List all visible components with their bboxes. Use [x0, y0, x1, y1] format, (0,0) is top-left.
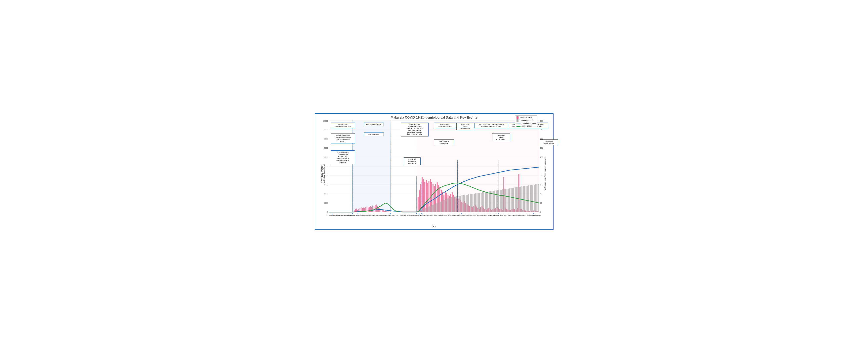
- svg-rect-196: [474, 194, 475, 212]
- svg-rect-186: [460, 195, 461, 212]
- svg-text:3 Mar: 3 Mar: [401, 214, 405, 216]
- svg-rect-59: [381, 210, 382, 212]
- svg-rect-47: [368, 208, 368, 212]
- svg-text:23 Apr: 23 Apr: [467, 214, 471, 216]
- svg-rect-162: [427, 207, 428, 212]
- ann-cmco: NationwideCMCOimplemented.: [492, 133, 510, 141]
- svg-text:14 Apr: 14 Apr: [455, 214, 460, 216]
- svg-text:6000: 6000: [324, 156, 328, 158]
- svg-rect-204: [485, 192, 486, 212]
- svg-text:4000: 4000: [324, 175, 328, 177]
- svg-text:10000: 10000: [323, 120, 328, 122]
- svg-rect-203: [483, 192, 484, 212]
- svg-rect-207: [489, 191, 490, 212]
- ann-mco: NationwideMCOimplemented.: [456, 123, 474, 130]
- chart-main: First wave Second wave Point of entrysur…: [329, 121, 539, 227]
- svg-text:2 Apr: 2 Apr: [440, 214, 444, 216]
- ann-pandemic: COVID-19declared asa pandemic: [404, 157, 421, 165]
- svg-text:3000: 3000: [324, 184, 328, 186]
- svg-rect-179: [451, 197, 452, 212]
- svg-text:5000: 5000: [324, 165, 328, 167]
- svg-rect-232: [523, 186, 524, 212]
- legend-label-blue: Cumulative cases: [522, 122, 536, 124]
- svg-rect-180: [452, 197, 453, 212]
- svg-rect-190: [466, 195, 467, 212]
- svg-text:5 Feb: 5 Feb: [366, 214, 370, 216]
- ann-deaths: First 2 deathsin Malaysia.: [434, 139, 454, 145]
- svg-rect-174: [444, 200, 445, 212]
- svg-rect-178: [449, 198, 450, 212]
- svg-rect-177: [448, 198, 449, 212]
- legend-item-pink: Daily new cases: [517, 116, 536, 119]
- svg-text:5 Apr: 5 Apr: [444, 214, 447, 216]
- legend-label-gray: Cumulative death: [520, 120, 533, 122]
- svg-rect-60: [383, 210, 383, 212]
- svg-text:16 Jun: 16 Jun: [537, 214, 541, 216]
- svg-rect-221: [508, 189, 509, 212]
- svg-text:5 May: 5 May: [483, 214, 487, 216]
- svg-text:26 Apr: 26 Apr: [471, 214, 475, 216]
- legend-item-gray: Cumulative death: [517, 119, 536, 122]
- svg-rect-216: [501, 190, 502, 212]
- svg-text:2 May: 2 May: [479, 214, 483, 216]
- svg-text:29 Feb: 29 Feb: [397, 214, 401, 216]
- svg-rect-65: [417, 197, 418, 212]
- ann-rmco: NationwideRMCO started.: [540, 139, 558, 145]
- key-events-label: Key events: [321, 166, 323, 177]
- svg-rect-217: [502, 189, 503, 212]
- svg-rect-241: [535, 184, 536, 212]
- svg-rect-48: [369, 207, 370, 212]
- svg-rect-176: [446, 198, 447, 212]
- svg-rect-222: [509, 188, 510, 212]
- svg-rect-160: [425, 208, 426, 212]
- svg-text:0: 0: [327, 211, 328, 213]
- svg-rect-198: [476, 193, 477, 212]
- svg-text:1000: 1000: [324, 202, 328, 204]
- svg-text:8 Feb: 8 Feb: [370, 214, 374, 216]
- svg-rect-172: [441, 201, 442, 212]
- svg-text:200: 200: [540, 156, 543, 158]
- ann-brunei: Brunei informedMalaysia on a casedetecte…: [401, 123, 429, 136]
- svg-rect-212: [495, 190, 496, 212]
- svg-text:1 Jun: 1 Jun: [518, 214, 522, 216]
- svg-rect-215: [500, 190, 501, 212]
- legend: Daily new cases Cumulative death Cumulat…: [515, 115, 537, 128]
- svg-text:300: 300: [540, 120, 543, 122]
- svg-text:4 Jun: 4 Jun: [522, 214, 525, 216]
- svg-rect-167: [434, 204, 435, 212]
- svg-rect-170: [438, 202, 439, 212]
- svg-text:11 Apr: 11 Apr: [452, 214, 456, 216]
- svg-rect-188: [463, 195, 464, 212]
- svg-rect-169: [437, 203, 438, 212]
- svg-text:9 Mar: 9 Mar: [409, 214, 413, 216]
- svg-rect-191: [467, 194, 468, 212]
- svg-text:7 Jun: 7 Jun: [526, 214, 529, 216]
- svg-rect-211: [494, 191, 495, 212]
- svg-rect-229: [519, 187, 520, 212]
- svg-rect-202: [482, 192, 483, 212]
- svg-rect-171: [440, 201, 441, 212]
- svg-rect-166: [433, 205, 434, 212]
- svg-text:220: 220: [540, 147, 543, 149]
- svg-rect-163: [429, 206, 430, 212]
- svg-text:150: 150: [540, 165, 543, 167]
- legend-swatch-pink: [517, 116, 519, 119]
- svg-rect-219: [505, 189, 506, 212]
- svg-text:90: 90: [540, 184, 542, 186]
- svg-rect-168: [435, 203, 436, 212]
- svg-rect-223: [510, 188, 512, 212]
- ann-emco: First EMCO implemented in SimpangRenggam…: [474, 123, 508, 128]
- svg-rect-224: [512, 188, 513, 212]
- svg-rect-64: [388, 211, 388, 212]
- svg-text:8 Apr: 8 Apr: [448, 214, 452, 216]
- svg-rect-237: [530, 185, 531, 212]
- svg-text:17 Apr: 17 Apr: [459, 214, 464, 216]
- svg-rect-184: [457, 196, 458, 212]
- svg-rect-157: [421, 210, 422, 212]
- legend-swatch-blue: [517, 124, 521, 124]
- legend-swatch-green: [517, 126, 521, 127]
- svg-rect-206: [487, 192, 488, 212]
- ann-containment: Entered LateContainment Phase: [434, 123, 456, 128]
- y-axis-right-label: Cumulative Death & Daily New Cases (Bar): [544, 157, 546, 191]
- svg-rect-226: [515, 187, 516, 212]
